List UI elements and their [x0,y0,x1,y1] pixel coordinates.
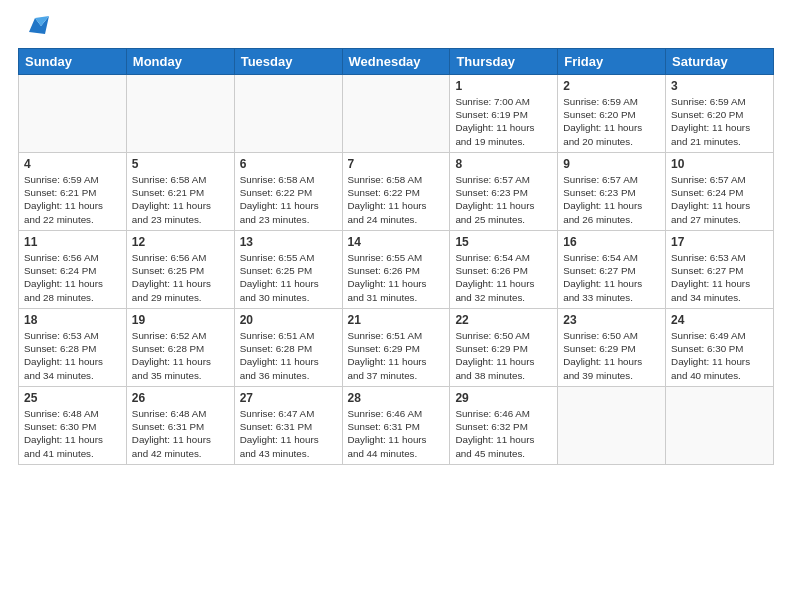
day-number: 3 [671,79,768,93]
day-info: Sunrise: 6:56 AM Sunset: 6:24 PM Dayligh… [24,251,121,304]
calendar-cell: 29Sunrise: 6:46 AM Sunset: 6:32 PM Dayli… [450,387,558,465]
calendar-cell: 10Sunrise: 6:57 AM Sunset: 6:24 PM Dayli… [666,153,774,231]
calendar-cell: 12Sunrise: 6:56 AM Sunset: 6:25 PM Dayli… [126,231,234,309]
day-info: Sunrise: 6:53 AM Sunset: 6:28 PM Dayligh… [24,329,121,382]
day-info: Sunrise: 6:48 AM Sunset: 6:30 PM Dayligh… [24,407,121,460]
calendar-cell: 9Sunrise: 6:57 AM Sunset: 6:23 PM Daylig… [558,153,666,231]
day-number: 11 [24,235,121,249]
day-number: 17 [671,235,768,249]
calendar-week-row: 4Sunrise: 6:59 AM Sunset: 6:21 PM Daylig… [19,153,774,231]
calendar-cell: 25Sunrise: 6:48 AM Sunset: 6:30 PM Dayli… [19,387,127,465]
calendar-cell: 26Sunrise: 6:48 AM Sunset: 6:31 PM Dayli… [126,387,234,465]
day-info: Sunrise: 6:51 AM Sunset: 6:29 PM Dayligh… [348,329,445,382]
day-number: 12 [132,235,229,249]
day-info: Sunrise: 6:59 AM Sunset: 6:21 PM Dayligh… [24,173,121,226]
day-info: Sunrise: 6:58 AM Sunset: 6:22 PM Dayligh… [348,173,445,226]
weekday-header-monday: Monday [126,49,234,75]
day-number: 8 [455,157,552,171]
day-info: Sunrise: 6:53 AM Sunset: 6:27 PM Dayligh… [671,251,768,304]
calendar-cell: 2Sunrise: 6:59 AM Sunset: 6:20 PM Daylig… [558,75,666,153]
calendar-cell [666,387,774,465]
calendar-cell: 19Sunrise: 6:52 AM Sunset: 6:28 PM Dayli… [126,309,234,387]
calendar-cell: 21Sunrise: 6:51 AM Sunset: 6:29 PM Dayli… [342,309,450,387]
calendar-table: SundayMondayTuesdayWednesdayThursdayFrid… [18,48,774,465]
day-number: 19 [132,313,229,327]
calendar-cell [19,75,127,153]
calendar-cell: 22Sunrise: 6:50 AM Sunset: 6:29 PM Dayli… [450,309,558,387]
day-number: 20 [240,313,337,327]
day-info: Sunrise: 6:48 AM Sunset: 6:31 PM Dayligh… [132,407,229,460]
calendar-cell [558,387,666,465]
day-info: Sunrise: 6:57 AM Sunset: 6:23 PM Dayligh… [455,173,552,226]
day-info: Sunrise: 6:54 AM Sunset: 6:26 PM Dayligh… [455,251,552,304]
calendar-cell: 14Sunrise: 6:55 AM Sunset: 6:26 PM Dayli… [342,231,450,309]
day-number: 4 [24,157,121,171]
calendar-cell [234,75,342,153]
calendar-cell: 1Sunrise: 7:00 AM Sunset: 6:19 PM Daylig… [450,75,558,153]
weekday-header-saturday: Saturday [666,49,774,75]
calendar-cell: 27Sunrise: 6:47 AM Sunset: 6:31 PM Dayli… [234,387,342,465]
weekday-header-tuesday: Tuesday [234,49,342,75]
day-number: 18 [24,313,121,327]
day-info: Sunrise: 6:47 AM Sunset: 6:31 PM Dayligh… [240,407,337,460]
calendar-cell: 7Sunrise: 6:58 AM Sunset: 6:22 PM Daylig… [342,153,450,231]
day-number: 2 [563,79,660,93]
day-number: 26 [132,391,229,405]
calendar-cell: 16Sunrise: 6:54 AM Sunset: 6:27 PM Dayli… [558,231,666,309]
day-number: 9 [563,157,660,171]
calendar-cell: 6Sunrise: 6:58 AM Sunset: 6:22 PM Daylig… [234,153,342,231]
weekday-header-thursday: Thursday [450,49,558,75]
weekday-header-sunday: Sunday [19,49,127,75]
day-number: 16 [563,235,660,249]
day-info: Sunrise: 6:51 AM Sunset: 6:28 PM Dayligh… [240,329,337,382]
day-info: Sunrise: 6:50 AM Sunset: 6:29 PM Dayligh… [563,329,660,382]
calendar-cell: 11Sunrise: 6:56 AM Sunset: 6:24 PM Dayli… [19,231,127,309]
calendar-cell: 8Sunrise: 6:57 AM Sunset: 6:23 PM Daylig… [450,153,558,231]
weekday-header-wednesday: Wednesday [342,49,450,75]
day-number: 1 [455,79,552,93]
day-number: 27 [240,391,337,405]
calendar-cell: 17Sunrise: 6:53 AM Sunset: 6:27 PM Dayli… [666,231,774,309]
day-number: 7 [348,157,445,171]
day-info: Sunrise: 6:57 AM Sunset: 6:24 PM Dayligh… [671,173,768,226]
day-info: Sunrise: 6:52 AM Sunset: 6:28 PM Dayligh… [132,329,229,382]
day-number: 13 [240,235,337,249]
calendar-week-row: 11Sunrise: 6:56 AM Sunset: 6:24 PM Dayli… [19,231,774,309]
calendar-cell: 5Sunrise: 6:58 AM Sunset: 6:21 PM Daylig… [126,153,234,231]
day-info: Sunrise: 6:50 AM Sunset: 6:29 PM Dayligh… [455,329,552,382]
logo-bird-icon [21,12,49,40]
day-info: Sunrise: 6:55 AM Sunset: 6:26 PM Dayligh… [348,251,445,304]
day-info: Sunrise: 6:58 AM Sunset: 6:21 PM Dayligh… [132,173,229,226]
calendar-cell: 23Sunrise: 6:50 AM Sunset: 6:29 PM Dayli… [558,309,666,387]
day-info: Sunrise: 6:58 AM Sunset: 6:22 PM Dayligh… [240,173,337,226]
day-info: Sunrise: 7:00 AM Sunset: 6:19 PM Dayligh… [455,95,552,148]
calendar-cell: 18Sunrise: 6:53 AM Sunset: 6:28 PM Dayli… [19,309,127,387]
calendar-cell: 24Sunrise: 6:49 AM Sunset: 6:30 PM Dayli… [666,309,774,387]
calendar-cell: 15Sunrise: 6:54 AM Sunset: 6:26 PM Dayli… [450,231,558,309]
day-number: 24 [671,313,768,327]
calendar-week-row: 1Sunrise: 7:00 AM Sunset: 6:19 PM Daylig… [19,75,774,153]
day-number: 28 [348,391,445,405]
day-info: Sunrise: 6:49 AM Sunset: 6:30 PM Dayligh… [671,329,768,382]
day-info: Sunrise: 6:59 AM Sunset: 6:20 PM Dayligh… [563,95,660,148]
calendar-cell: 3Sunrise: 6:59 AM Sunset: 6:20 PM Daylig… [666,75,774,153]
weekday-header-friday: Friday [558,49,666,75]
day-number: 22 [455,313,552,327]
day-number: 21 [348,313,445,327]
calendar-week-row: 25Sunrise: 6:48 AM Sunset: 6:30 PM Dayli… [19,387,774,465]
day-number: 29 [455,391,552,405]
calendar-cell [342,75,450,153]
day-info: Sunrise: 6:46 AM Sunset: 6:31 PM Dayligh… [348,407,445,460]
calendar-cell: 13Sunrise: 6:55 AM Sunset: 6:25 PM Dayli… [234,231,342,309]
day-info: Sunrise: 6:54 AM Sunset: 6:27 PM Dayligh… [563,251,660,304]
page: SundayMondayTuesdayWednesdayThursdayFrid… [0,0,792,612]
calendar-cell [126,75,234,153]
day-number: 23 [563,313,660,327]
logo [18,16,49,40]
calendar-header-row: SundayMondayTuesdayWednesdayThursdayFrid… [19,49,774,75]
day-number: 14 [348,235,445,249]
day-info: Sunrise: 6:46 AM Sunset: 6:32 PM Dayligh… [455,407,552,460]
day-number: 10 [671,157,768,171]
calendar-week-row: 18Sunrise: 6:53 AM Sunset: 6:28 PM Dayli… [19,309,774,387]
day-number: 25 [24,391,121,405]
